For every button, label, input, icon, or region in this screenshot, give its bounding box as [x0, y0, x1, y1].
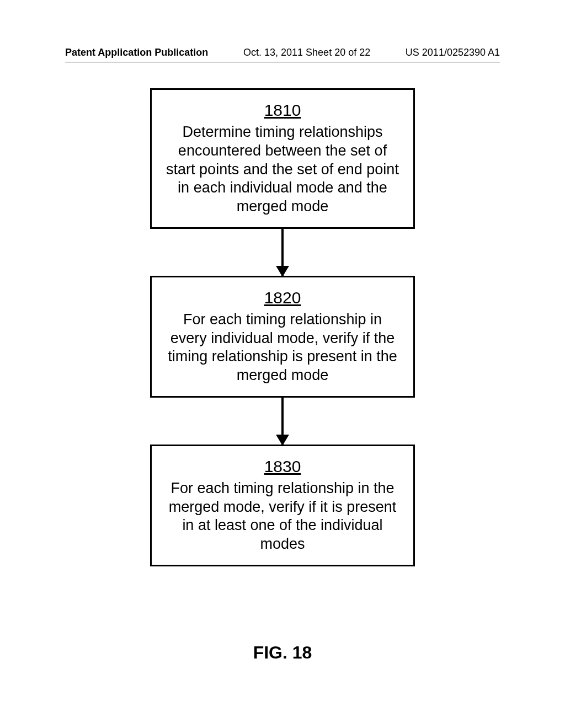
- page-header: Patent Application Publication Oct. 13, …: [0, 47, 565, 58]
- box-number: 1830: [165, 457, 400, 476]
- header-patent-number: US 2011/0252390 A1: [406, 47, 500, 58]
- box-text: Determine timing relationships encounter…: [166, 124, 399, 215]
- flowchart-box-1820: 1820 For each timing relationship in eve…: [150, 276, 415, 398]
- header-divider: [65, 62, 500, 62]
- figure-label: FIG. 18: [0, 643, 565, 663]
- box-number: 1810: [165, 101, 400, 120]
- arrow-icon: [281, 398, 284, 445]
- flowchart: 1810 Determine timing relationships enco…: [150, 88, 415, 566]
- box-text: For each timing relationship in every in…: [168, 311, 397, 383]
- flowchart-box-1810: 1810 Determine timing relationships enco…: [150, 88, 415, 229]
- header-publication: Patent Application Publication: [65, 47, 208, 58]
- flowchart-box-1830: 1830 For each timing relationship in the…: [150, 445, 415, 566]
- arrow-icon: [281, 229, 284, 276]
- header-sheet: Oct. 13, 2011 Sheet 20 of 22: [243, 47, 370, 58]
- box-text: For each timing relationship in the merg…: [169, 480, 397, 552]
- box-number: 1820: [165, 288, 400, 307]
